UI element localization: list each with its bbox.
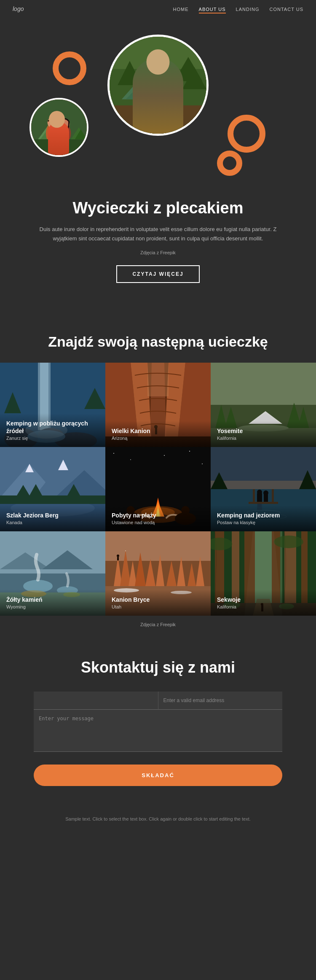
svg-rect-5 (110, 105, 206, 134)
svg-rect-97 (253, 489, 255, 504)
grid-sublabel-2: Kalifornia (217, 436, 310, 441)
grid-overlay-0: Kemping w pobliżu gorących źródeł Zanurz… (0, 413, 105, 447)
svg-point-79 (202, 463, 203, 464)
nav-about[interactable]: ABOUT US (199, 7, 226, 13)
grid-label-0: Kemping w pobliżu gorących źródeł (6, 420, 99, 435)
svg-rect-27 (31, 139, 87, 155)
grid-overlay-2: Yosemite Kalifornia (211, 421, 316, 447)
grid-label-5: Kemping nad jeziorem (217, 512, 310, 519)
svg-point-12 (147, 118, 156, 125)
svg-point-24 (48, 117, 59, 128)
hero-images (13, 30, 303, 182)
svg-rect-70 (0, 495, 105, 504)
svg-rect-9 (150, 63, 166, 70)
grid-sublabel-7: Utah (112, 604, 204, 609)
contact-title: Skontaktuj się z nami (34, 659, 282, 676)
hero-small-image (29, 98, 88, 157)
grid-label-3: Szlak Jeziora Berg (6, 512, 99, 519)
svg-rect-136 (117, 557, 119, 560)
svg-rect-52 (211, 363, 316, 405)
hero-title: Wycieczki z plecakiem (32, 199, 284, 217)
grid-item-4[interactable]: Pobyty na plaży Ustawione nad wodą (105, 447, 211, 531)
svg-marker-16 (174, 105, 179, 116)
svg-point-80 (164, 455, 165, 456)
submit-button[interactable]: SKŁADAĆ (34, 765, 282, 786)
hero-main-image (107, 35, 209, 136)
svg-point-153 (274, 536, 303, 548)
nav-home[interactable]: HOME (173, 7, 189, 12)
hero-section: Wycieczki z plecakiem Duis aute irure do… (0, 18, 316, 308)
grid-sublabel-0: Zanurz się (6, 436, 99, 441)
footer-text: Sample text. Click to select the text bo… (25, 816, 291, 823)
grid-item-0[interactable]: Kemping w pobliżu gorących źródeł Zanurz… (0, 363, 105, 447)
grid-sublabel-4: Ustawione nad wodą (112, 520, 204, 525)
svg-rect-119 (105, 531, 211, 561)
orange-ring-2 (228, 115, 265, 153)
svg-point-8 (148, 64, 168, 70)
svg-rect-10 (150, 107, 159, 122)
grid-sublabel-1: Arizoną (112, 436, 204, 441)
navbar: logo HOME ABOUT US LANDING CONTACT US (0, 0, 316, 18)
grid-freepik-note: Zdjęcia z Freepik (0, 616, 316, 633)
message-textarea[interactable] (34, 710, 282, 752)
grid-item-2[interactable]: Yosemite Kalifornia (211, 363, 316, 447)
footer-note: Sample text. Click to select the text bo… (0, 803, 316, 836)
grid-item-8[interactable]: Sekwoje Kalifornia (211, 531, 316, 616)
grid-overlay-8: Sekwoje Kalifornia (211, 590, 316, 616)
orange-ring-3 (217, 151, 242, 176)
hero-freepik-note: Zdjęcia z Freepik (32, 250, 284, 255)
svg-point-102 (263, 490, 268, 495)
orange-ring-1 (53, 51, 86, 85)
grid-item-1[interactable]: Wielki Kanion Arizoną (105, 363, 211, 447)
svg-marker-15 (172, 101, 180, 116)
svg-point-100 (257, 490, 262, 495)
grid-overlay-5: Kemping nad jeziorem Postaw na klasykę (211, 505, 316, 531)
nav-contact[interactable]: CONTACT US (270, 7, 304, 12)
svg-point-76 (113, 453, 114, 454)
grid-item-3[interactable]: Szlak Jeziora Berg Kanada (0, 447, 105, 531)
nav-links: HOME ABOUT US LANDING CONTACT US (173, 5, 303, 13)
grid-sublabel-6: Wyoming (6, 604, 99, 609)
grid-label-6: Żółty kamień (6, 596, 99, 603)
grid-label-1: Wielki Kanion (112, 427, 204, 435)
name-input[interactable] (34, 692, 158, 710)
contact-section: Skontaktuj się z nami SKŁADAĆ (0, 633, 316, 803)
find-section: Znajdź swoją następną ucieczkę (0, 308, 316, 633)
svg-point-23 (46, 122, 60, 145)
svg-point-78 (189, 451, 190, 452)
form-row-top (34, 692, 282, 710)
contact-form: SKŁADAĆ (34, 692, 282, 786)
hero-text: Wycieczki z plecakiem Duis aute irure do… (32, 199, 284, 283)
grid-item-5[interactable]: Kemping nad jeziorem Postaw na klasykę (211, 447, 316, 531)
grid-overlay-4: Pobyty na plaży Ustawione nad wodą (105, 505, 211, 531)
svg-point-135 (117, 555, 119, 557)
grid-label-7: Kanion Bryce (112, 596, 204, 603)
logo: logo (13, 5, 24, 12)
find-title: Znajdź swoją następną ucieczkę (0, 334, 316, 363)
grid-label-2: Yosemite (217, 427, 310, 435)
hero-description: Duis aute irure dolor in reprehenderit i… (32, 225, 284, 243)
svg-rect-11 (158, 107, 166, 122)
svg-point-7 (149, 66, 167, 84)
grid-overlay-6: Żółty kamień Wyoming (0, 590, 105, 616)
grid-sublabel-8: Kalifornia (217, 604, 310, 609)
svg-rect-98 (272, 489, 274, 504)
svg-marker-17 (175, 109, 177, 116)
svg-point-14 (169, 113, 184, 118)
grid-item-7[interactable]: Kanion Bryce Utah (105, 531, 211, 616)
destinations-grid: Kemping w pobliżu gorących źródeł Zanurz… (0, 363, 316, 616)
svg-point-77 (130, 459, 131, 460)
grid-sublabel-3: Kanada (6, 520, 99, 525)
grid-item-6[interactable]: Żółty kamień Wyoming (0, 531, 105, 616)
grid-overlay-1: Wielki Kanion Arizoną (105, 421, 211, 447)
grid-label-4: Pobyty na plaży (112, 512, 204, 519)
nav-landing[interactable]: LANDING (236, 7, 260, 12)
read-more-button[interactable]: CZYTAJ WIĘCEJ (116, 265, 199, 283)
grid-sublabel-5: Postaw na klasykę (217, 520, 310, 525)
svg-point-6 (144, 75, 172, 111)
grid-overlay-7: Kanion Bryce Utah (105, 590, 211, 616)
email-input[interactable] (158, 692, 283, 710)
grid-overlay-3: Szlak Jeziora Berg Kanada (0, 505, 105, 531)
grid-label-8: Sekwoje (217, 596, 310, 603)
svg-point-13 (158, 118, 168, 124)
